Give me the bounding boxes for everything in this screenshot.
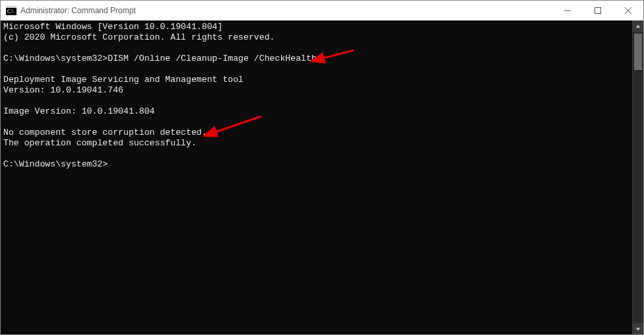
scroll-thumb[interactable] [634, 34, 642, 70]
close-button[interactable] [613, 1, 643, 20]
scroll-up-button[interactable] [633, 20, 643, 32]
console-output[interactable]: Microsoft Windows [Version 10.0.19041.80… [1, 20, 632, 334]
svg-rect-4 [595, 8, 601, 14]
client-area: Microsoft Windows [Version 10.0.19041.80… [1, 20, 643, 334]
app-icon: C:\ [6, 5, 16, 16]
window-title: Administrator: Command Prompt [20, 6, 136, 15]
command-prompt-window: C:\ Administrator: Command Prompt Micros… [0, 0, 644, 335]
minimize-button[interactable] [552, 1, 583, 20]
svg-rect-1 [6, 6, 16, 8]
vertical-scrollbar[interactable] [632, 20, 643, 334]
maximize-button[interactable] [583, 1, 613, 20]
scroll-down-button[interactable] [633, 323, 643, 334]
svg-text:C:\: C:\ [7, 9, 15, 15]
svg-rect-3 [564, 11, 571, 11]
titlebar[interactable]: C:\ Administrator: Command Prompt [1, 1, 643, 20]
